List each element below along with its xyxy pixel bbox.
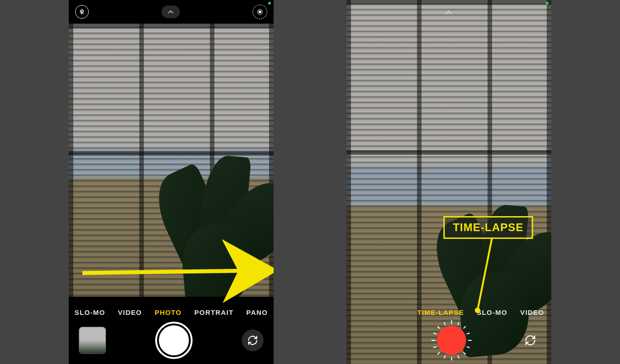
svg-line-11 — [437, 352, 440, 354]
svg-point-3 — [475, 308, 480, 313]
recording-indicator-dot — [268, 2, 271, 5]
top-controls — [69, 0, 274, 24]
recording-indicator-dot — [546, 2, 549, 5]
mode-pano[interactable]: PANO — [246, 308, 268, 316]
svg-line-8 — [437, 326, 440, 329]
switch-camera-icon — [524, 334, 536, 346]
last-photo-thumbnail[interactable] — [79, 327, 106, 354]
chevron-up-icon — [444, 7, 454, 17]
svg-line-15 — [458, 355, 459, 359]
switch-camera-button[interactable] — [519, 329, 541, 351]
switch-camera-icon — [247, 335, 258, 346]
svg-line-12 — [444, 322, 445, 325]
svg-line-1 — [82, 271, 242, 273]
switch-camera-button[interactable] — [242, 329, 264, 351]
record-button[interactable] — [432, 320, 472, 360]
mode-slo-mo[interactable]: SLO-MO — [75, 308, 105, 316]
svg-line-9 — [463, 352, 466, 354]
bottom-controls — [69, 321, 274, 364]
expand-controls-button[interactable] — [162, 5, 180, 18]
flash-off-icon — [79, 9, 85, 15]
mode-selector[interactable]: TIME-LAPSE SLO-MO VIDEO — [346, 308, 551, 316]
svg-line-19 — [467, 347, 470, 348]
flash-button[interactable] — [75, 5, 89, 19]
phone-right: TIME-LAPSE TIME-LAPSE SLO-MO VIDEO — [346, 0, 551, 364]
expand-controls-button[interactable] — [444, 7, 454, 19]
svg-line-2 — [478, 238, 492, 310]
live-photo-button[interactable] — [253, 5, 267, 19]
svg-line-10 — [463, 326, 466, 329]
mode-selector[interactable]: SLO-MO VIDEO PHOTO PORTRAIT PANO — [69, 308, 274, 316]
phone-left: SLO-MO VIDEO PHOTO PORTRAIT PANO — [69, 0, 274, 364]
mode-portrait[interactable]: PORTRAIT — [194, 308, 234, 316]
callout-line — [474, 238, 492, 317]
time-lapse-callout-box: TIME-LAPSE — [443, 216, 533, 239]
svg-line-16 — [433, 333, 437, 334]
mode-video[interactable]: VIDEO — [520, 308, 544, 316]
bottom-controls — [346, 321, 551, 364]
swipe-right-arrow-annotation — [82, 255, 260, 293]
mode-video[interactable]: VIDEO — [118, 308, 142, 316]
mode-time-lapse[interactable]: TIME-LAPSE — [417, 308, 464, 316]
chevron-up-icon — [167, 8, 175, 16]
shutter-button[interactable] — [155, 322, 193, 359]
svg-line-13 — [458, 322, 459, 325]
svg-line-18 — [467, 333, 470, 334]
svg-line-14 — [444, 355, 445, 359]
mode-photo[interactable]: PHOTO — [155, 308, 182, 316]
svg-line-17 — [433, 347, 437, 348]
